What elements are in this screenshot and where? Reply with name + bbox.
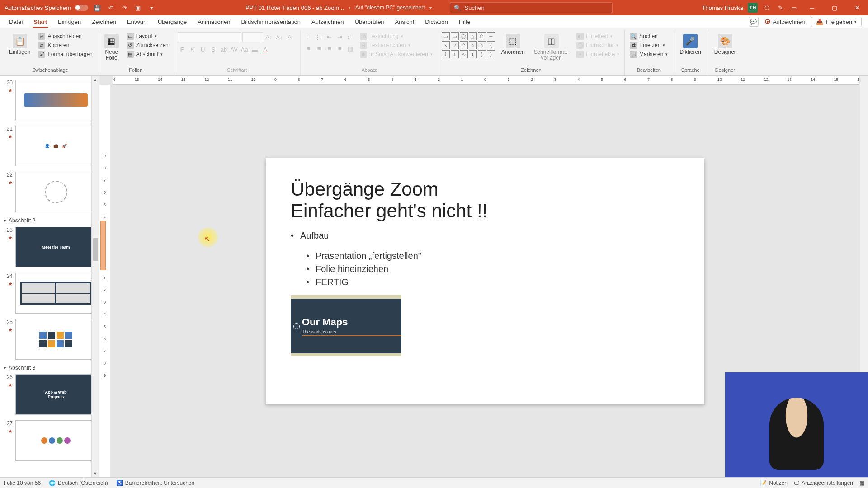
copy-button[interactable]: ⧉Kopieren [37,41,94,49]
font-size-input[interactable] [242,32,263,42]
tab-animations[interactable]: Animationen [192,15,236,28]
tab-record[interactable]: Aufzeichnen [306,15,349,28]
save-icon[interactable]: 💾 [93,3,102,12]
justify-button[interactable]: ≡ [335,44,344,53]
maximize-button[interactable]: ▢ [826,0,844,15]
user-avatar[interactable]: TH [748,3,758,13]
cut-button[interactable]: ✂Ausschneiden [37,32,94,40]
slide-thumb-20[interactable]: 20★ [0,78,99,124]
replace-button[interactable]: ⇄Ersetzen▾ [628,41,669,49]
shadow-button[interactable]: ab [219,45,228,54]
align-text-button[interactable]: ⊟Text ausrichten▾ [359,41,434,49]
slide-thumb-24[interactable]: 24★ [0,271,99,317]
embedded-slide-preview[interactable]: Our Maps The worls is ours [291,295,401,356]
layout-button[interactable]: ▭Layout▾ [125,32,170,40]
indent-inc-button[interactable]: ⇥ [335,32,344,41]
scroll-thumb[interactable] [93,238,98,261]
slide-thumb-26[interactable]: 26★ App & Web Projects [0,372,99,418]
font-color-button[interactable]: A [261,45,270,54]
text-direction-button[interactable]: ↕ATextrichtung▾ [359,32,434,40]
align-left-button[interactable]: ≡ [304,44,313,53]
undo-icon[interactable]: ↶ [106,3,115,12]
panel-scrollbar[interactable]: ▲ ▼ [91,76,99,477]
vertical-ruler[interactable]: 9876543210123456789 [99,85,110,477]
shrink-font-icon[interactable]: A↓ [275,33,284,42]
shape-fill-button[interactable]: ◐Fülleffekt▾ [575,32,621,40]
display-settings-button[interactable]: 🖵Anzeigeeinstellungen [794,480,853,486]
scroll-down-icon[interactable]: ▼ [92,469,99,477]
slide-editor[interactable]: Übergänge ZoomEinfacher geht's nicht !! … [266,158,704,404]
tab-draw[interactable]: Zeichnen [86,15,121,28]
close-button[interactable]: ✕ [848,0,866,15]
coming-soon-icon[interactable]: ⬡ [762,3,771,12]
align-right-button[interactable]: ≡ [325,44,334,53]
tab-file[interactable]: Datei [4,15,28,28]
slide-thumb-25[interactable]: 25★ [0,317,99,363]
tab-design[interactable]: Entwurf [122,15,152,28]
smartart-button[interactable]: ⬮In SmartArt konvertieren▾ [359,50,434,58]
columns-button[interactable]: ▥ [346,44,355,53]
redo-icon[interactable]: ↷ [120,3,129,12]
slide-thumb-21[interactable]: 21★ 👤💼🚀 [0,124,99,170]
toggle-switch[interactable] [75,5,88,11]
strike-button[interactable]: S [209,45,218,54]
user-name[interactable]: Thomas Hruska [702,5,743,11]
search-input[interactable] [465,5,609,11]
format-painter-button[interactable]: 🖌Format übertragen [37,50,94,58]
paste-button[interactable]: 📋 Einfügen [6,32,33,57]
underline-button[interactable]: U [198,45,208,54]
slide-counter[interactable]: Folie 10 von 56 [4,480,41,486]
tab-help[interactable]: Hilfe [453,15,476,28]
record-button[interactable]: Aufzeichnen [765,19,805,25]
shape-effects-button[interactable]: ✦Formeffekte▾ [575,50,621,58]
ruler-indicator[interactable] [100,221,106,270]
font-family-input[interactable] [178,32,241,42]
select-button[interactable]: ⬚Markieren▾ [628,50,669,58]
designer-button[interactable]: 🎨 Designer [712,32,739,57]
minimize-button[interactable]: ─ [803,0,821,15]
from-beginning-icon[interactable]: ▣ [133,3,142,12]
tab-transitions[interactable]: Übergänge [152,15,192,28]
find-button[interactable]: 🔍Suchen [628,32,669,40]
window-icon[interactable]: ▭ [789,3,798,12]
shapes-gallery[interactable]: ▭▭◯△⬡─ ↘↗⬠☆◇{ ⤴⤵∿()} [442,32,495,58]
section-3-header[interactable]: Abschnitt 3 [0,363,99,372]
normal-view-icon[interactable]: ▦ [859,480,864,486]
ink-icon[interactable]: ✎ [776,3,785,12]
bullets-button[interactable]: ≡ [304,32,313,41]
arrange-button[interactable]: ⬚ Anordnen [499,32,528,57]
tab-view[interactable]: Ansicht [390,15,420,28]
language-status[interactable]: 🌐Deutsch (Österreich) [49,480,108,486]
slide-thumbnails-panel[interactable]: 20★ 21★ 👤💼🚀 22★ Abschnitt 2 23★ Meet the… [0,76,99,477]
tab-review[interactable]: Überprüfen [349,15,390,28]
reset-button[interactable]: ↺Zurücksetzen [125,41,170,49]
case-button[interactable]: Aa [240,45,249,54]
scroll-up-icon[interactable]: ▲ [92,76,99,84]
line-spacing-button[interactable]: ↕≡ [346,32,355,41]
section-2-header[interactable]: Abschnitt 2 [0,216,99,225]
accessibility-status[interactable]: ♿Barrierefreiheit: Untersuchen [116,480,194,486]
slide-thumb-27[interactable]: 27★ [0,418,99,465]
horizontal-ruler[interactable]: 1615141312111098765432101234567891011121… [113,76,859,85]
search-box[interactable]: 🔍 [450,2,613,13]
slide-thumb-23[interactable]: 23★ Meet the Team [0,225,99,271]
tab-insert[interactable]: Einfügen [52,15,86,28]
grow-font-icon[interactable]: A↑ [264,33,274,42]
spacing-button[interactable]: AV [230,45,239,54]
comments-icon[interactable]: 💬 [749,17,759,27]
slide-bullets[interactable]: Aufbau Präsentation „fertigstellen" Foli… [291,229,679,289]
bold-button[interactable]: F [178,45,187,54]
notes-button[interactable]: 📝Notizen [760,480,788,486]
tab-start[interactable]: Start [28,15,52,28]
indent-dec-button[interactable]: ⇤ [325,32,334,41]
clear-format-icon[interactable]: A̶ [285,33,294,42]
slide-thumb-22[interactable]: 22★ [0,170,99,216]
quick-styles-button[interactable]: ◫ Schnellformat- vorlagen [531,32,571,63]
highlight-button[interactable]: ▬ [250,45,259,54]
align-center-button[interactable]: ≡ [315,44,324,53]
file-name[interactable]: PPT 01 Roter Faden 006 - ab Zoom... [245,5,344,11]
autosave-toggle[interactable]: Automatisches Speichern [5,5,88,11]
qat-more-icon[interactable]: ▾ [147,3,156,12]
tab-slideshow[interactable]: Bildschirmpräsentation [236,15,306,28]
share-button[interactable]: 📤Freigeben▾ [811,17,862,27]
